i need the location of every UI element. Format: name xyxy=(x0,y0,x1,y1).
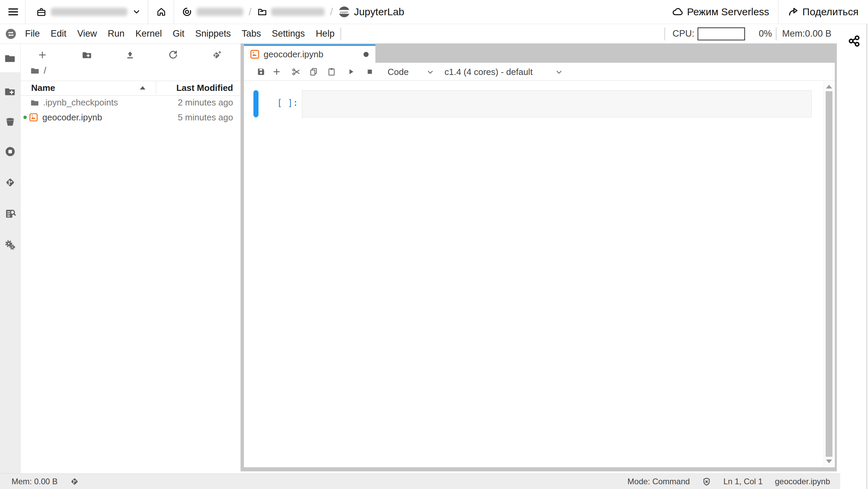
snippets-tab snippets-search-icon[interactable] xyxy=(4,208,16,219)
share-button[interactable]: Поделиться xyxy=(787,6,859,18)
column-divider xyxy=(156,81,156,95)
kernel-selector[interactable]: c1.4 (4 cores) - default xyxy=(445,67,533,77)
file-row-geocoder-ipynb[interactable]: geocoder.ipynb 5 minutes ago xyxy=(21,110,241,125)
memory-usage: Mem: 0.00 B xyxy=(12,477,58,486)
dock-panel: geocoder.ipynb xyxy=(241,43,837,471)
folder-outline-icon xyxy=(257,6,268,17)
jupyter-logo-word: jupyter xyxy=(340,11,348,14)
cell-editor[interactable] xyxy=(302,90,812,117)
file-list-header: Name Last Modified xyxy=(21,81,241,96)
file-browser-panel: / Name Last Modified .ipynb_checkpoints … xyxy=(21,44,241,473)
share-arrow-icon xyxy=(787,6,799,18)
stop-kernel-button stop-icon[interactable] xyxy=(365,67,374,76)
hamburger-menu-icon[interactable] xyxy=(7,6,19,18)
file-row-ipynb-checkpoints[interactable]: .ipynb_checkpoints 2 minutes ago xyxy=(21,95,241,110)
cell-type-dropdown[interactable]: Code xyxy=(388,67,409,77)
mem-indicator: Mem:0.00 B xyxy=(782,28,831,39)
git-tab git-icon[interactable] xyxy=(4,177,16,188)
folder-icon xyxy=(30,98,39,107)
redacted-project-name[interactable] xyxy=(271,8,325,16)
redacted-org-name[interactable] xyxy=(197,8,243,16)
menu-file[interactable]: File xyxy=(20,28,45,39)
kernel-running-dot xyxy=(23,116,27,119)
git-status-icon[interactable] xyxy=(70,477,79,486)
briefcase-icon xyxy=(36,6,47,17)
chevron-down-icon[interactable] xyxy=(555,68,563,76)
column-header-modified[interactable]: Last Modified xyxy=(176,81,233,95)
upload-button upload-icon[interactable] xyxy=(125,50,135,60)
notebook-trust-shield-icon[interactable] xyxy=(702,477,711,486)
running-sessions-tab stop-circle-icon[interactable] xyxy=(4,146,16,157)
menubar-divider xyxy=(340,27,341,40)
breadcrumb-root[interactable]: / xyxy=(44,65,46,76)
file-browser-tab folder-icon[interactable] xyxy=(4,53,16,64)
folder-icon xyxy=(30,66,40,75)
cut-cells-button scissors-icon[interactable] xyxy=(291,67,301,77)
menu-snippets[interactable]: Snippets xyxy=(190,28,236,39)
active-file-name: geocoder.ipynb xyxy=(775,477,830,486)
new-folder-tab folder-plus-icon[interactable] xyxy=(4,86,16,97)
save-button save-icon[interactable] xyxy=(256,67,266,76)
serverless-mode-label: Режим Serverless xyxy=(687,6,769,18)
scroll-down-arrow[interactable] xyxy=(826,459,832,463)
status-bar: Mem: 0.00 B Mode: Command Ln 1, Col 1 ge… xyxy=(0,473,840,489)
activity-sidebar xyxy=(0,44,21,473)
column-header-name[interactable]: Name xyxy=(31,81,55,95)
menubar-divider xyxy=(664,27,665,40)
run-cell-button play-icon[interactable] xyxy=(346,67,355,76)
chevron-down-icon[interactable] xyxy=(132,7,141,16)
window-edge xyxy=(866,24,867,489)
menu-tabs[interactable]: Tabs xyxy=(236,28,266,39)
datasphere-logo-icon xyxy=(5,28,16,39)
new-launcher-button plus-icon[interactable] xyxy=(37,50,47,60)
topbar-divider xyxy=(778,0,779,24)
settings-tab gears-icon[interactable] xyxy=(4,239,16,251)
notebook-scrollbar[interactable] xyxy=(824,81,834,467)
file-name: .ipynb_checkpoints xyxy=(43,95,118,110)
s3-bucket-tab bucket-icon[interactable] xyxy=(4,116,16,127)
new-folder-button folder-plus-icon[interactable] xyxy=(82,50,92,60)
scrollbar-thumb[interactable] xyxy=(826,91,832,457)
datasphere-jupyterlab-window: / / jupyter JupyterLab Режим Serverless … xyxy=(0,0,868,489)
jupyter-logo-icon: jupyter xyxy=(338,6,350,18)
file-name: geocoder.ipynb xyxy=(42,110,102,125)
insert-cell-button plus-icon[interactable] xyxy=(272,67,281,76)
menu-help[interactable]: Help xyxy=(310,28,340,39)
tab-title: geocoder.ipynb xyxy=(264,49,323,60)
refresh-button refresh-icon[interactable] xyxy=(168,50,178,60)
menubar-divider xyxy=(776,27,777,40)
topbar-divider xyxy=(148,0,148,24)
menu-settings[interactable]: Settings xyxy=(266,28,310,39)
topbar-divider xyxy=(173,0,174,24)
breadcrumb-separator: / xyxy=(249,6,251,18)
cpu-meter xyxy=(698,27,745,40)
menu-view[interactable]: View xyxy=(72,28,102,39)
topbar-divider xyxy=(25,0,26,24)
cursor-position[interactable]: Ln 1, Col 1 xyxy=(723,477,763,486)
file-modified: 5 minutes ago xyxy=(178,110,233,125)
menu-git[interactable]: Git xyxy=(167,28,190,39)
paste-cells-button clipboard-icon[interactable] xyxy=(327,67,336,76)
menu-run[interactable]: Run xyxy=(102,28,130,39)
git-clone-button git-clone-icon[interactable] xyxy=(211,50,222,61)
chevron-down-icon[interactable] xyxy=(426,68,434,76)
share-graph-icon[interactable] xyxy=(847,34,861,48)
command-mode-indicator[interactable]: Mode: Command xyxy=(627,477,690,486)
menu-kernel[interactable]: Kernel xyxy=(130,28,167,39)
notebook-content: [ ]: xyxy=(244,81,835,467)
notebook-file-icon xyxy=(250,50,260,59)
serverless-mode-button[interactable]: Режим Serverless xyxy=(671,6,769,18)
file-browser-breadcrumb[interactable]: / xyxy=(30,65,46,76)
notebook-tab[interactable]: geocoder.ipynb xyxy=(244,44,375,63)
menu-edit[interactable]: Edit xyxy=(45,28,72,39)
redacted-cloud-name[interactable] xyxy=(51,8,127,16)
cloud-icon xyxy=(671,6,684,18)
home-icon[interactable] xyxy=(156,6,167,17)
unsaved-changes-dot[interactable] xyxy=(364,52,369,57)
menu-bar: File Edit View Run Kernel Git Snippets T… xyxy=(0,24,837,44)
cpu-value: 0% xyxy=(759,28,772,39)
sort-ascending-icon[interactable] xyxy=(140,86,145,90)
scroll-up-arrow[interactable] xyxy=(826,85,832,89)
notebook-toolbar: Code c1.4 (4 cores) - default xyxy=(244,63,835,81)
copy-cells-button copy-icon[interactable] xyxy=(309,67,318,76)
